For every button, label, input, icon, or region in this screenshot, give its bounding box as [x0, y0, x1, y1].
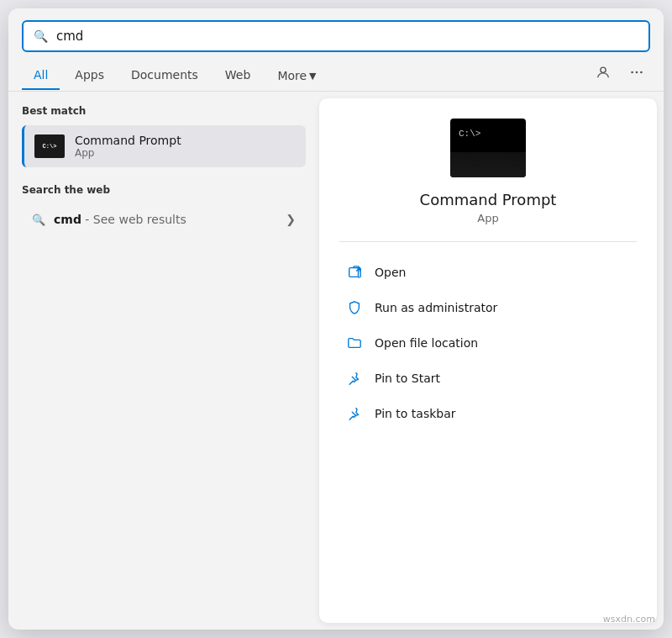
svg-point-3 [640, 71, 643, 74]
result-type: App [75, 147, 181, 159]
pin-taskbar-icon [346, 405, 363, 422]
svg-point-2 [636, 71, 638, 74]
pin-icon [346, 370, 363, 387]
ellipsis-icon-btn[interactable] [623, 59, 650, 86]
web-suffix: - See web results [81, 213, 186, 226]
search-bar: 🔍 [22, 20, 650, 52]
result-name: Command Prompt [75, 134, 181, 147]
search-icon: 🔍 [34, 29, 48, 43]
cmd-icon-small [34, 134, 65, 158]
search-bar-wrapper: 🔍 [8, 8, 664, 52]
watermark: wsxdn.com [603, 614, 655, 625]
tab-documents[interactable]: Documents [119, 61, 210, 90]
action-run-admin-label: Run as administrator [375, 301, 497, 314]
app-preview: Command Prompt App [339, 119, 637, 242]
action-open-label: Open [375, 266, 406, 279]
action-run-admin[interactable]: Run as administrator [339, 291, 637, 324]
nav-icon-group [590, 59, 650, 91]
best-match-item[interactable]: Command Prompt App [22, 125, 306, 167]
best-match-label: Best match [22, 105, 306, 117]
web-arrow-icon: ❯ [286, 213, 296, 226]
web-section: Search the web 🔍 cmd - See web results ❯ [22, 184, 306, 235]
app-icon-large [450, 119, 526, 177]
shield-icon [346, 299, 363, 316]
tab-all[interactable]: All [22, 61, 60, 90]
tab-apps[interactable]: Apps [63, 61, 116, 90]
action-pin-start-label: Pin to Start [375, 372, 440, 385]
svg-rect-4 [349, 268, 359, 277]
open-icon [346, 264, 363, 281]
web-section-label: Search the web [22, 184, 306, 196]
action-list: Open Run as administrator [339, 256, 637, 430]
web-search-item[interactable]: 🔍 cmd - See web results ❯ [22, 204, 306, 235]
action-pin-start[interactable]: Pin to Start [339, 361, 637, 395]
main-content: Best match Command Prompt App Search the… [8, 92, 664, 630]
nav-tabs: All Apps Documents Web More ▼ [8, 52, 664, 92]
ellipsis-icon [629, 65, 644, 80]
web-query: cmd [54, 213, 81, 226]
tab-more[interactable]: More ▼ [265, 62, 328, 89]
action-open-file-location[interactable]: Open file location [339, 326, 637, 360]
result-text: Command Prompt App [75, 134, 181, 159]
search-input[interactable] [56, 29, 638, 44]
action-pin-taskbar[interactable]: Pin to taskbar [339, 397, 637, 430]
chevron-down-icon: ▼ [309, 71, 316, 82]
web-search-text: cmd - See web results [54, 213, 186, 226]
app-title-large: Command Prompt [420, 191, 557, 208]
folder-icon [346, 335, 363, 351]
tab-web[interactable]: Web [213, 61, 263, 90]
web-search-icon: 🔍 [32, 214, 45, 226]
search-window: 🔍 All Apps Documents Web More ▼ [8, 8, 664, 630]
action-pin-taskbar-label: Pin to taskbar [375, 407, 456, 420]
svg-point-1 [631, 71, 633, 74]
left-panel: Best match Command Prompt App Search the… [8, 92, 319, 630]
person-icon [596, 65, 611, 80]
action-open-file-location-label: Open file location [375, 336, 478, 350]
action-open[interactable]: Open [339, 256, 637, 289]
svg-point-0 [601, 67, 606, 72]
app-subtitle: App [477, 212, 498, 224]
person-icon-btn[interactable] [590, 59, 617, 86]
right-panel: Command Prompt App Open [319, 98, 657, 623]
